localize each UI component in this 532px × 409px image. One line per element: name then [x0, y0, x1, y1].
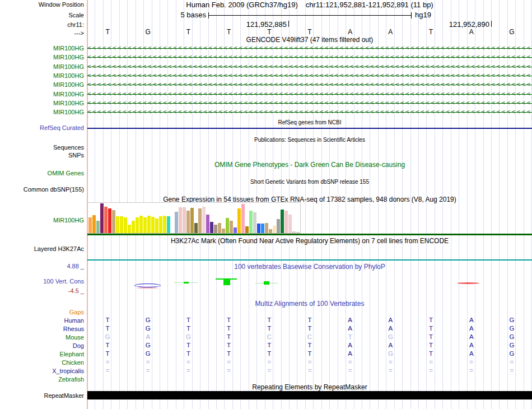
phylop-negative-lens[interactable]: [134, 283, 161, 287]
gencode-gene-label: MIR100HG: [0, 81, 84, 88]
multiz-species-bases-row[interactable]: GAGTCCTGTAG: [87, 333, 532, 341]
gtex-tissue-bar[interactable]: [163, 216, 166, 233]
gtex-tissue-bar[interactable]: [198, 208, 202, 233]
gtex-tissue-bar[interactable]: [104, 207, 108, 233]
gtex-tissue-bar[interactable]: [230, 221, 233, 233]
repeatmasker-element-bar[interactable]: [87, 391, 532, 399]
multiz-species-label: Zebrafish: [0, 376, 84, 383]
phylop-negative-redline[interactable]: [457, 282, 479, 284]
aligned-base: T: [168, 317, 208, 324]
gtex-tissue-bar[interactable]: [218, 223, 221, 233]
aligned-base: A: [330, 325, 370, 332]
gtex-tissue-bar[interactable]: [139, 216, 143, 233]
gtex-tissue-bar[interactable]: [281, 210, 284, 233]
gtex-tissue-bar[interactable]: [179, 207, 182, 233]
aligned-base: G: [492, 342, 532, 349]
gtex-tissue-bar[interactable]: [273, 226, 276, 233]
gtex-tissue-bar[interactable]: [265, 223, 268, 233]
gtex-tissue-bar[interactable]: [284, 211, 288, 233]
gtex-tissue-bar[interactable]: [128, 225, 131, 233]
gtex-tissue-bar[interactable]: [245, 226, 249, 233]
gtex-tissue-bar[interactable]: [190, 208, 194, 233]
gencode-transcript-row[interactable]: <<<<<<<<<<<<<<<<<<<<<<<<<<<<<<<<<<<<<<<<…: [87, 54, 532, 61]
gencode-transcript-row[interactable]: <<<<<<<<<<<<<<<<<<<<<<<<<<<<<<<<<<<<<<<<…: [87, 45, 532, 52]
gtex-tissue-bar[interactable]: [159, 216, 162, 233]
aligned-base: G: [128, 342, 168, 349]
phylop-positive-bar: [223, 280, 230, 285]
gtex-tissue-bar[interactable]: [226, 218, 229, 233]
multiz-species-bases-row[interactable]: ===========: [87, 367, 532, 374]
gtex-tissue-bar[interactable]: [183, 207, 186, 233]
gtex-tissue-bar[interactable]: [269, 229, 272, 233]
gtex-tissue-bar[interactable]: [241, 204, 245, 233]
gtex-tissue-bar[interactable]: [214, 225, 217, 233]
gtex-tissue-bar[interactable]: [112, 210, 115, 233]
gtex-tissue-bar[interactable]: [222, 229, 225, 233]
gtex-tissue-bar[interactable]: [100, 203, 104, 233]
gtex-tissue-bar[interactable]: [234, 227, 237, 233]
aligned-base: T: [249, 317, 290, 324]
gtex-tissue-bar[interactable]: [292, 231, 296, 233]
multiz-species-bases-row[interactable]: TGTTTTAATAG: [87, 342, 532, 349]
gtex-tissue-bar[interactable]: [88, 217, 92, 233]
gtex-tissue-bar[interactable]: [120, 216, 123, 233]
multiz-species-label: Gaps: [0, 309, 84, 315]
aligned-base: T: [87, 350, 128, 357]
gtex-tissue-bar[interactable]: [143, 217, 147, 233]
gtex-tissue-bar[interactable]: [261, 224, 264, 233]
gtex-tissue-bar[interactable]: [249, 211, 253, 233]
gencode-transcript-row[interactable]: <<<<<<<<<<<<<<<<<<<<<<<<<<<<<<<<<<<<<<<<…: [87, 100, 532, 107]
gtex-tissue-bar[interactable]: [124, 217, 127, 233]
gtex-tissue-bar[interactable]: [210, 222, 213, 233]
gtex-tissue-bar[interactable]: [288, 215, 292, 233]
gtex-tissue-bar[interactable]: [186, 211, 190, 233]
gtex-tissue-bar[interactable]: [202, 207, 206, 233]
multiz-species-bases-row[interactable]: TGTTTTAGTAG: [87, 350, 532, 357]
scale-bar-left-tick: [208, 12, 209, 18]
aligned-base: T: [209, 317, 249, 324]
gencode-transcript-row[interactable]: <<<<<<<<<<<<<<<<<<<<<<<<<<<<<<<<<<<<<<<<…: [87, 91, 532, 98]
gtex-tissue-bar[interactable]: [96, 221, 100, 233]
multiz-species-label: Mouse: [0, 334, 84, 341]
gtex-expression-bar-chart[interactable]: [87, 202, 301, 234]
multiz-species-bases-row[interactable]: ===========: [87, 359, 532, 366]
aligned-base: G: [168, 333, 208, 341]
gtex-tissue-bar[interactable]: [237, 208, 241, 233]
gencode-track-title: GENCODE V49lift37 (47 items filtered out…: [87, 36, 532, 44]
reference-base: T: [87, 29, 128, 36]
reference-sequence-row: TGTTTTAATAG: [87, 29, 532, 36]
h3k27ac-signal-line[interactable]: [87, 259, 532, 261]
gtex-tissue-bar[interactable]: [132, 221, 135, 233]
gtex-tissue-bar[interactable]: [206, 215, 209, 233]
aligned-base: C: [249, 333, 290, 341]
h3k27ac-track-title: H3K27Ac Mark (Often Found Near Active Re…: [87, 238, 532, 245]
gtex-tissue-bar[interactable]: [136, 217, 139, 233]
aligned-base: A: [451, 350, 492, 357]
gtex-tissue-bar[interactable]: [116, 216, 119, 233]
gencode-transcript-row[interactable]: <<<<<<<<<<<<<<<<<<<<<<<<<<<<<<<<<<<<<<<<…: [87, 81, 532, 89]
gtex-tissue-bar[interactable]: [257, 224, 260, 233]
gtex-tissue-bar[interactable]: [155, 219, 158, 233]
gtex-tissue-bar[interactable]: [194, 223, 198, 233]
gtex-tissue-bar[interactable]: [108, 208, 111, 233]
aligned-base: =: [168, 367, 208, 374]
multiz-species-bases-row[interactable]: TGTTTTAATAG: [87, 317, 532, 324]
window-position-titles: Human Feb. 2009 (GRCh37/hg19) chr11:121,…: [87, 1, 532, 8]
gtex-tissue-bar[interactable]: [151, 217, 155, 233]
gtex-tissue-bar[interactable]: [167, 216, 170, 233]
gtex-tissue-bar[interactable]: [92, 215, 96, 233]
aligned-base: G: [370, 333, 410, 341]
refseq-gene-item[interactable]: [87, 128, 532, 129]
repeatmasker-label: RepeatMasker: [0, 392, 84, 399]
multiz-species-bases-row[interactable]: TGTTTTAATAG: [87, 325, 532, 332]
gtex-tissue-bar[interactable]: [253, 212, 256, 233]
repeatmasker-track-title: Repeating Elements by RepeatMasker: [87, 384, 532, 391]
aligned-base: =: [492, 359, 532, 366]
gtex-tissue-bar[interactable]: [147, 216, 151, 233]
gtex-tissue-bar[interactable]: [277, 219, 280, 233]
gencode-transcript-row[interactable]: <<<<<<<<<<<<<<<<<<<<<<<<<<<<<<<<<<<<<<<<…: [87, 63, 532, 71]
gtex-tissue-bar[interactable]: [175, 212, 178, 233]
gtex-tissue-bar[interactable]: [296, 232, 300, 233]
gencode-transcript-row[interactable]: <<<<<<<<<<<<<<<<<<<<<<<<<<<<<<<<<<<<<<<<…: [87, 72, 532, 80]
gencode-transcript-row[interactable]: <<<<<<<<<<<<<<<<<<<<<<<<<<<<<<<<<<<<<<<<…: [87, 109, 532, 116]
